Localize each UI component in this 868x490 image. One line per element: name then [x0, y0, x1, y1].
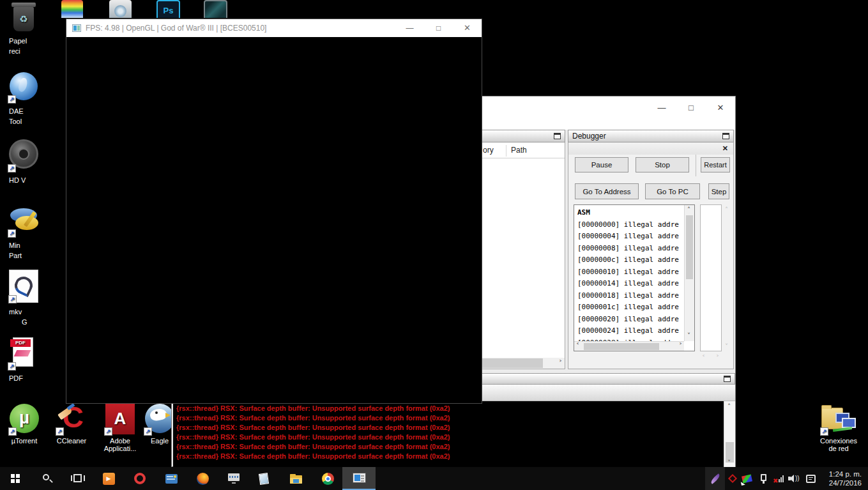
outer-hscroll-right-arrow[interactable]: ˃ [716, 355, 719, 362]
task-view-button[interactable] [68, 467, 88, 490]
desktop-icon-daemon-tools[interactable]: ↗ DAE Tool [5, 70, 64, 126]
maximize-button[interactable]: □ [424, 19, 453, 37]
pause-button[interactable]: Pause [575, 157, 628, 172]
taskbar-app-media-player[interactable]: ▶ [98, 467, 119, 490]
game-window: FPS: 4.98 | OpenGL | God of War® III | [… [66, 19, 482, 404]
start-button[interactable] [5, 467, 26, 490]
taskbar-app-control-panel[interactable] [161, 467, 181, 490]
tray-icon-action-center[interactable] [802, 467, 819, 490]
taskbar-clock[interactable]: 1:24 p. m. 24/7/2016 [819, 467, 864, 490]
asm-row[interactable]: [00000020] illegal addre [577, 314, 681, 326]
stop-button[interactable]: Stop [636, 157, 689, 172]
daemon-tools-icon: ↗ [9, 72, 38, 102]
taskbar-app-audio-tool[interactable] [224, 467, 244, 490]
icon-label: HD V [5, 175, 64, 185]
float-panel-icon[interactable] [724, 376, 731, 382]
asm-row[interactable]: [00000008] illegal addre [577, 243, 681, 255]
maximize-button[interactable]: □ [676, 96, 706, 119]
hscroll-right-arrow[interactable]: ˃ [679, 343, 682, 349]
outer-vscroll-down-arrow[interactable]: ˅ [725, 344, 728, 350]
action-line2 [809, 479, 812, 480]
photoshop-icon[interactable]: Ps [156, 0, 180, 18]
close-button[interactable]: ✕ [706, 96, 735, 119]
asm-listbox: ASM [00000000] illegal addre [00000004] … [574, 204, 695, 351]
minimize-button[interactable]: — [395, 19, 424, 37]
hscroll-thumb[interactable] [584, 343, 659, 350]
shortcut-arrow-icon: ↗ [8, 295, 17, 303]
restart-button[interactable]: Restart [701, 157, 730, 172]
minimize-button[interactable]: — [647, 96, 676, 119]
disc-burner-icon[interactable] [109, 0, 132, 18]
game-window-titlebar[interactable]: FPS: 4.98 | OpenGL | God of War® III | [… [66, 19, 482, 37]
icon-label: DAE [5, 106, 64, 116]
close-button[interactable]: ✕ [453, 19, 482, 37]
vscroll-down-arrow[interactable]: ˅ [727, 460, 731, 466]
taskbar-app-notepad[interactable] [254, 467, 274, 490]
signal-bar-icon [782, 475, 784, 482]
taskbar-app-rpcs3-active[interactable] [342, 467, 376, 490]
float-panel-icon[interactable] [722, 133, 729, 139]
asm-row[interactable]: [00000000] illegal addre [577, 219, 681, 231]
column-header-category[interactable]: ory [483, 146, 494, 155]
speaker-cone [789, 475, 794, 482]
asm-row[interactable]: [00000018] illegal addre [577, 290, 681, 302]
tray-icon-volume[interactable]: )) [786, 467, 802, 490]
debugger-panel-header[interactable]: Debugger [568, 130, 734, 142]
asm-row[interactable]: [0000001c] illegal addre [577, 302, 681, 314]
float-panel-icon[interactable] [554, 133, 561, 139]
asm-hscrollbar[interactable]: ˂ ˃ [574, 341, 684, 351]
asm-row[interactable]: [00000014] illegal addre [577, 278, 681, 290]
go-to-address-button[interactable]: Go To Address [575, 183, 639, 199]
step-button[interactable]: Step [708, 183, 729, 199]
column-header-path[interactable]: Path [511, 146, 527, 155]
monitor-wave [229, 476, 238, 478]
ccleaner-icon: C ↗ [57, 404, 86, 434]
hscroll-right-arrow[interactable]: ˃ [559, 360, 562, 367]
asm-vscrollbar[interactable]: ˄ ˅ [684, 205, 694, 341]
desktop-icon-recycle-bin[interactable]: ♻ Papel reci [5, 0, 64, 56]
taskbar-search-button[interactable] [37, 467, 57, 490]
go-to-pc-button[interactable]: Go To PC [645, 183, 700, 199]
desktop-icon-pdfcreator[interactable]: PDF ↗ PDF [5, 335, 64, 383]
taskbar-app-file-explorer[interactable] [286, 467, 306, 490]
icon-label: Conexiones [814, 437, 864, 445]
desktop-icon-minitool-partition[interactable]: ↗ Min Part [5, 204, 64, 261]
mkv-swirl [11, 273, 35, 297]
vscroll-down-arrow[interactable]: ˅ [687, 333, 690, 339]
desktop-icon-hd-video[interactable]: ↗ HD V [5, 137, 64, 185]
vscroll-up-arrow[interactable]: ˄ [687, 207, 690, 213]
tray-icon-usb[interactable] [756, 467, 771, 490]
panel-chart [174, 475, 176, 478]
tray-icon-network-error[interactable]: ✖ [771, 467, 786, 490]
debugger-close-icon[interactable]: ✕ [722, 144, 728, 153]
vscroll-up-arrow[interactable]: ˄ [727, 404, 731, 410]
tray-icon-color-tool[interactable] [739, 467, 754, 490]
asm-row[interactable]: [0000000c] illegal addre [577, 254, 681, 266]
task-view-bracket-left [71, 475, 72, 481]
vscroll-thumb[interactable] [686, 215, 693, 279]
notepad-icon [259, 473, 269, 485]
taskbar-app-chrome[interactable] [317, 467, 338, 490]
rainbow-media-icon[interactable] [61, 0, 83, 18]
panel-line2 [167, 479, 175, 480]
hscroll-left-arrow[interactable]: ˂ [576, 343, 579, 349]
log-vscrollbar[interactable]: ˄ ˅ [724, 401, 735, 468]
taskbar-app-firefox[interactable] [192, 467, 213, 490]
desktop-icon-mkvmerge[interactable]: ↗ mkv G [5, 268, 64, 327]
desktop-icon-ccleaner[interactable]: C ↗ CCleaner [47, 402, 96, 445]
asm-row[interactable]: [00000004] illegal addre [577, 231, 681, 243]
asm-row[interactable]: [00000024] illegal addre [577, 325, 681, 337]
tray-icon-feather[interactable] [705, 467, 725, 490]
taskbar-app-opera[interactable] [130, 467, 150, 490]
tray-icon-red-diamond[interactable] [725, 467, 740, 490]
game-artwork-icon[interactable] [204, 0, 227, 18]
bin-lid [11, 3, 36, 7]
outer-hscroll-left-arrow[interactable]: ˂ [702, 355, 705, 362]
desktop-icon-network-connections[interactable]: ↗ Conexiones de red [814, 402, 864, 452]
icon-label: reci [5, 46, 64, 56]
asm-row[interactable]: [00000010] illegal addre [577, 266, 681, 279]
outer-vscroll-up-arrow[interactable]: ˄ [725, 207, 728, 213]
feather-icon [709, 473, 720, 484]
desktop-icon-utorrent[interactable]: µ ↗ µTorrent [0, 402, 49, 445]
media-player-icon: ▶ [103, 473, 115, 485]
